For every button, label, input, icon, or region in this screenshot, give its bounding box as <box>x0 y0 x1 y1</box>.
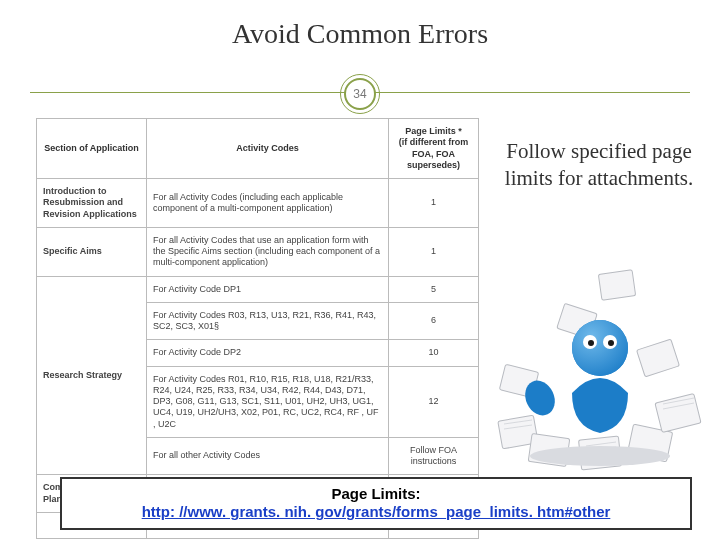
footer-label: Page Limits: <box>331 485 420 502</box>
svg-point-21 <box>588 340 594 346</box>
cell-codes: For all Activity Codes that use an appli… <box>147 227 389 276</box>
cell-limit: 12 <box>389 366 479 437</box>
cell-limit: 6 <box>389 302 479 340</box>
col-section: Section of Application <box>37 119 147 179</box>
cell-section: Specific Aims <box>37 227 147 276</box>
footer-link[interactable]: http: //www. grants. nih. gov/grants/for… <box>142 503 611 520</box>
footer-reference-box: Page Limits: http: //www. grants. nih. g… <box>60 477 692 531</box>
page-number-badge: 34 <box>344 78 376 110</box>
cell-codes: For Activity Code DP1 <box>147 276 389 302</box>
cell-codes: For Activity Code DP2 <box>147 340 389 366</box>
cell-codes: For all Activity Codes (including each a… <box>147 179 389 228</box>
cell-section: Research Strategy <box>37 276 147 475</box>
cell-limit: 10 <box>389 340 479 366</box>
cell-codes: For Activity Codes R03, R13, U13, R21, R… <box>147 302 389 340</box>
cell-limit: 1 <box>389 179 479 228</box>
table-row: Introduction to Resubmission and Revisio… <box>37 179 479 228</box>
col-limits: Page Limits * (if different from FOA, FO… <box>389 119 479 179</box>
callout-text: Follow specified page limits for attachm… <box>500 138 698 193</box>
svg-rect-8 <box>598 270 635 300</box>
table-row: Research StrategyFor Activity Code DP15 <box>37 276 479 302</box>
cell-section: Introduction to Resubmission and Revisio… <box>37 179 147 228</box>
table-header-row: Section of Application Activity Codes Pa… <box>37 119 479 179</box>
cell-codes: For Activity Codes R01, R10, R15, R18, U… <box>147 366 389 437</box>
svg-point-22 <box>608 340 614 346</box>
svg-point-17 <box>572 320 628 376</box>
col-codes: Activity Codes <box>147 119 389 179</box>
cell-limit: 5 <box>389 276 479 302</box>
svg-point-15 <box>530 446 670 466</box>
svg-rect-4 <box>655 394 701 433</box>
table-row: Specific AimsFor all Activity Codes that… <box>37 227 479 276</box>
cell-codes: For all other Activity Codes <box>147 437 389 475</box>
svg-rect-6 <box>637 339 680 377</box>
cell-limit: 1 <box>389 227 479 276</box>
slide-title: Avoid Common Errors <box>0 18 720 50</box>
cell-limit: Follow FOA instructions <box>389 437 479 475</box>
papers-illustration <box>490 248 710 478</box>
